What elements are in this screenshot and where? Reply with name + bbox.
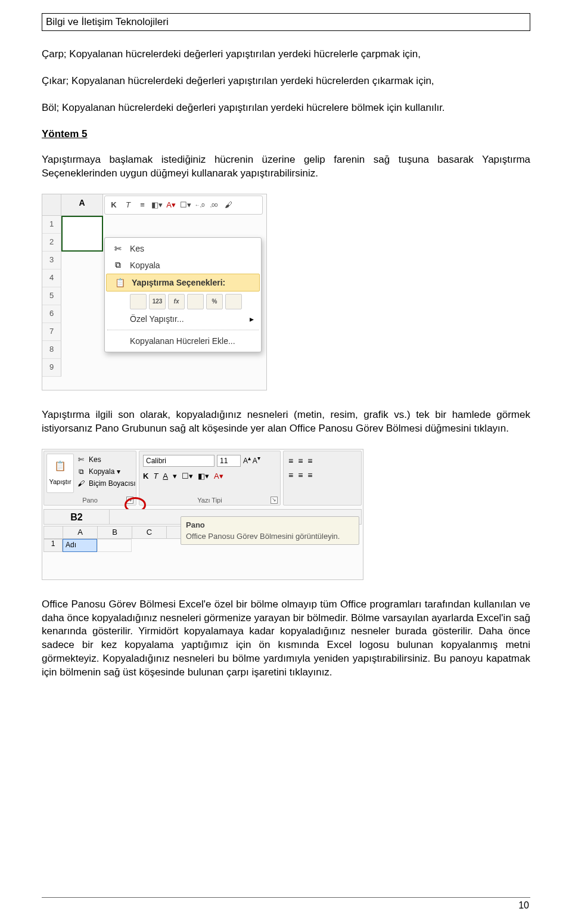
blank-icon <box>112 313 124 325</box>
paste-button-label: Yapıştır <box>47 478 73 485</box>
column-header-a[interactable]: A <box>61 194 103 216</box>
decrease-decimal-icon[interactable]: ,00 <box>209 200 219 210</box>
alignment-buttons: ≡ ≡ ≡ ≡ ≡ ≡ <box>288 456 313 480</box>
borders-icon[interactable]: ☐▾ <box>180 200 191 210</box>
row-header-1[interactable]: 1 <box>43 539 63 552</box>
format-painter-icon-ribbon: 🖌 <box>76 479 86 488</box>
bold-button[interactable]: K <box>143 472 148 480</box>
footer-rule <box>42 897 530 898</box>
copy-icon-ribbon: ⧉ <box>76 467 86 476</box>
align-right-icon[interactable]: ≡ <box>307 470 312 480</box>
bold-icon[interactable]: K <box>108 200 119 210</box>
row-1[interactable]: 1 <box>42 216 61 234</box>
font-name-input[interactable]: Calibri <box>143 455 214 467</box>
copy-label: Kopyala ▾ <box>89 467 120 476</box>
italic-button[interactable]: T <box>153 472 158 480</box>
menu-ozel-yapistir[interactable]: Özel Yapıştır... ▸ <box>105 311 261 327</box>
paste-button[interactable]: 📋 Yapıştır <box>46 454 74 493</box>
menu-kopyala[interactable]: ⧉ Kopyala <box>105 257 261 274</box>
row-3[interactable]: 3 <box>42 252 61 269</box>
align-bottom-icon[interactable]: ≡ <box>307 456 312 466</box>
name-box-b2[interactable]: B2 <box>44 510 110 524</box>
cut-label: Kes <box>89 455 101 464</box>
fill-color-button[interactable]: ◧▾ <box>198 472 209 480</box>
borders-button[interactable]: ☐▾ <box>182 472 193 480</box>
row-8[interactable]: 8 <box>42 341 61 359</box>
ribbon-group-font: Calibri 11 A▴ A▾ K T A ▾ ☐▾ ◧▾ A▾ Yazı T… <box>139 451 281 506</box>
paragraph-carp: Çarp; Kopyalanan hücrelerdeki değerleri … <box>42 48 530 61</box>
bicim-label: Biçim Boyacısı <box>89 479 136 488</box>
fill-color-icon[interactable]: ◧▾ <box>151 200 162 210</box>
paste-icon: 📋 <box>114 277 126 289</box>
ribbon-group-align: ≡ ≡ ≡ ≡ ≡ ≡ <box>283 451 362 506</box>
copy-icon: ⧉ <box>112 259 124 271</box>
page-header-box: Bilgi ve İletişim Teknolojileri <box>42 13 530 31</box>
font-size-input[interactable]: 11 <box>217 455 241 467</box>
tooltip-title: Pano <box>186 520 354 529</box>
font-dialog-launcher[interactable]: ↘ <box>271 497 278 504</box>
col-select-all[interactable] <box>44 526 63 538</box>
menu-kopyala-label: Kopyala <box>130 261 160 270</box>
figure-context-menu: A K T ≡ ◧▾ A▾ ☐▾ ←,0 ,00 🖌 1 2 3 4 5 6 7… <box>42 194 267 390</box>
increase-decimal-icon[interactable]: ←,0 <box>194 200 205 210</box>
copy-button[interactable]: ⧉ Kopyala ▾ <box>76 467 120 476</box>
paste-opt-transpose[interactable] <box>187 294 204 309</box>
figure-pano-ribbon: 📋 Yapıştır ✄ Kes ⧉ Kopyala ▾ 🖌 Biçim Boy… <box>42 449 363 580</box>
font-color-icon[interactable]: A▾ <box>166 200 176 210</box>
group-title-font: Yazı Tipi <box>139 497 280 504</box>
align-top-icon[interactable]: ≡ <box>288 456 293 466</box>
align-middle-icon[interactable]: ≡ <box>298 456 303 466</box>
row-5[interactable]: 5 <box>42 287 61 305</box>
row-2[interactable]: 2 <box>42 234 61 252</box>
paragraph-pano-explain: Office Panosu Görev Bölmesi Excel'e özel… <box>42 598 530 680</box>
row-4[interactable]: 4 <box>42 269 61 287</box>
menu-separator <box>107 330 259 330</box>
menu-kes[interactable]: ✄ Kes <box>105 240 261 257</box>
col-b[interactable]: B <box>98 526 132 538</box>
align-left-icon[interactable]: ≡ <box>288 470 293 480</box>
font-grow-shrink[interactable]: A▴ A▾ <box>243 455 260 465</box>
paste-opt-link[interactable] <box>225 294 242 309</box>
submenu-arrow-icon: ▸ <box>250 314 254 324</box>
tooltip-text: Office Panosu Görev Bölmesini görüntüley… <box>186 532 354 541</box>
paste-options-row: 123 fx % <box>105 292 261 311</box>
col-a[interactable]: A <box>63 526 98 538</box>
mini-toolbar: K T ≡ ◧▾ A▾ ☐▾ ←,0 ,00 🖌 <box>104 196 263 215</box>
font-color-button[interactable]: A▾ <box>214 472 223 480</box>
paste-large-icon: 📋 <box>47 454 73 478</box>
context-menu: ✄ Kes ⧉ Kopyala 📋 Yapıştırma Seçenekleri… <box>104 237 262 352</box>
cut-button[interactable]: ✄ Kes <box>76 455 101 464</box>
cell-a1-adi[interactable]: Adı <box>63 539 97 552</box>
align-icon[interactable]: ≡ <box>137 200 148 210</box>
blank-icon-2 <box>112 335 124 347</box>
name-box[interactable] <box>42 194 61 216</box>
col-c[interactable]: C <box>132 526 167 538</box>
menu-kopyalanan-ekle[interactable]: Kopyalanan Hücreleri Ekle... <box>105 333 261 349</box>
paragraph-cikar: Çıkar; Kopyalanan hücrelerdeki değerleri… <box>42 75 530 88</box>
row-7[interactable]: 7 <box>42 323 61 341</box>
cell-b1[interactable] <box>97 539 132 552</box>
menu-ozel-label: Özel Yapıştır... <box>130 314 184 324</box>
page-header-title: Bilgi ve İletişim Teknolojileri <box>46 16 169 27</box>
row-9[interactable]: 9 <box>42 359 61 377</box>
paragraph-bol: Böl; Kopyalanan hücrelerdeki değerleri y… <box>42 101 530 115</box>
paragraph-yontem5-desc: Yapıştırmaya başlamak istediğiniz hücren… <box>42 153 530 181</box>
paste-opt-formulas[interactable]: fx <box>168 294 185 309</box>
row-6[interactable]: 6 <box>42 305 61 323</box>
group-title-pano: Pano <box>44 497 136 504</box>
italic-icon[interactable]: T <box>123 200 133 210</box>
menu-kopya-ekle-label: Kopyalanan Hücreleri Ekle... <box>130 336 235 346</box>
row-headers: 1 2 3 4 5 6 7 8 9 <box>42 216 61 377</box>
font-style-row: K T A ▾ ☐▾ ◧▾ A▾ <box>143 472 223 480</box>
align-center-icon[interactable]: ≡ <box>298 470 303 480</box>
page-number: 10 <box>518 900 529 911</box>
paste-opt-percent[interactable]: % <box>206 294 223 309</box>
underline-button[interactable]: A <box>163 472 168 480</box>
format-painter-button[interactable]: 🖌 Biçim Boyacısı <box>76 479 136 488</box>
menu-paste-label: Yapıştırma Seçenekleri: <box>132 278 225 287</box>
paste-opt-values[interactable]: 123 <box>149 294 166 309</box>
ribbon-group-pano: 📋 Yapıştır ✄ Kes ⧉ Kopyala ▾ 🖌 Biçim Boy… <box>43 451 136 506</box>
format-painter-icon[interactable]: 🖌 <box>223 200 234 210</box>
paste-opt-all[interactable] <box>130 294 147 309</box>
selected-cell[interactable] <box>61 216 103 252</box>
